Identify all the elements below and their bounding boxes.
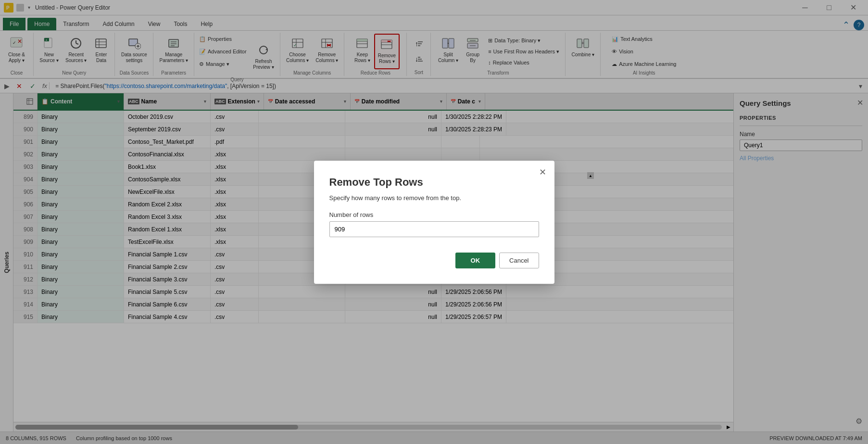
modal-buttons: OK Cancel: [329, 253, 539, 268]
cancel-button[interactable]: Cancel: [499, 253, 539, 268]
remove-top-rows-dialog: ✕ Remove Top Rows Specify how many rows …: [314, 161, 554, 284]
number-of-rows-label: Number of rows: [329, 211, 539, 218]
ok-button[interactable]: OK: [455, 253, 496, 268]
modal-title: Remove Top Rows: [329, 176, 539, 189]
modal-overlay: ✕ Remove Top Rows Specify how many rows …: [0, 0, 868, 444]
modal-close-button[interactable]: ✕: [537, 166, 549, 178]
modal-description: Specify how many rows to remove from the…: [329, 194, 539, 202]
number-of-rows-input[interactable]: [329, 221, 539, 237]
